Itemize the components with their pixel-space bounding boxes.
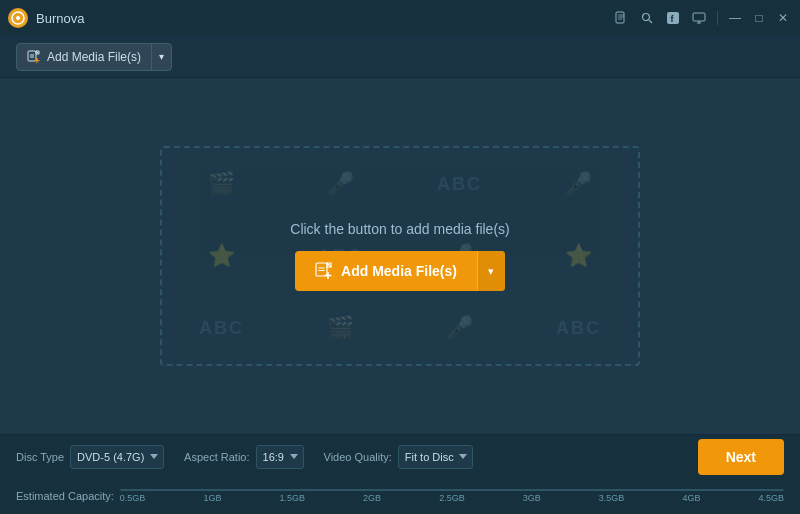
wm-cell: 🎬 [281, 292, 400, 364]
video-quality-label: Video Quality: [324, 451, 392, 463]
bottom-row: Estimated Capacity: 0.5GB 1GB 1.5GB 2GB … [16, 478, 784, 514]
wm-cell: ABC [162, 292, 281, 364]
add-media-center-dropdown[interactable]: ▾ [477, 251, 505, 291]
minimize-button[interactable]: — [726, 9, 744, 27]
close-button[interactable]: ✕ [774, 9, 792, 27]
svg-point-1 [16, 16, 20, 20]
add-file-icon [27, 50, 41, 64]
search-icon[interactable] [637, 8, 657, 28]
tick-3gb: 3GB [523, 493, 541, 503]
svg-point-3 [643, 14, 650, 21]
cap-bar-wrap: 0.5GB 1GB 1.5GB 2GB 2.5GB 3GB 3.5GB 4GB … [120, 489, 784, 503]
aspect-ratio-group: Aspect Ratio: 16:9 [184, 445, 303, 469]
capacity-label: Estimated Capacity: [16, 490, 114, 502]
drop-instruction: Click the button to add media file(s) [290, 221, 509, 237]
svg-rect-7 [693, 13, 705, 21]
video-quality-select[interactable]: Fit to Disc [398, 445, 473, 469]
drop-content: Click the button to add media file(s) Ad… [290, 221, 509, 291]
toolbar: Add Media File(s) ▾ [0, 36, 800, 78]
titlebar-controls: f — □ ✕ [611, 8, 792, 28]
capacity-section: Estimated Capacity: 0.5GB 1GB 1.5GB 2GB … [16, 489, 784, 503]
app-title: Burnova [36, 11, 84, 26]
svg-rect-10 [28, 51, 36, 61]
add-media-toolbar-button[interactable]: Add Media File(s) ▾ [16, 43, 172, 71]
capacity-bar-row: Estimated Capacity: 0.5GB 1GB 1.5GB 2GB … [16, 489, 784, 503]
titlebar: Burnova f [0, 0, 800, 36]
titlebar-separator [717, 11, 718, 25]
capacity-bar [120, 489, 784, 491]
wm-cell: 🎬 [162, 148, 281, 220]
maximize-button[interactable]: □ [750, 9, 768, 27]
file-icon[interactable] [611, 8, 631, 28]
add-media-center-label: Add Media File(s) [295, 251, 477, 291]
add-file-center-icon [315, 262, 333, 280]
next-button[interactable]: Next [698, 439, 784, 475]
aspect-ratio-label: Aspect Ratio: [184, 451, 249, 463]
add-media-center-button[interactable]: Add Media File(s) ▾ [295, 251, 505, 291]
wm-cell: 🎤 [519, 148, 638, 220]
wm-cell: ⭐ [162, 220, 281, 292]
wm-cell: ⭐ [519, 220, 638, 292]
tick-4.5gb: 4.5GB [758, 493, 784, 503]
wm-cell: ABC [400, 148, 519, 220]
screen-icon[interactable] [689, 8, 709, 28]
disc-type-group: Disc Type DVD-5 (4.7G) [16, 445, 164, 469]
video-quality-group: Video Quality: Fit to Disc [324, 445, 473, 469]
wm-cell: 🎤 [400, 292, 519, 364]
disc-type-select[interactable]: DVD-5 (4.7G) [70, 445, 164, 469]
titlebar-left: Burnova [8, 8, 84, 28]
add-media-toolbar-dropdown[interactable]: ▾ [151, 44, 171, 70]
capacity-ticks: 0.5GB 1GB 1.5GB 2GB 2.5GB 3GB 3.5GB 4GB … [120, 493, 784, 503]
bottom-controls: Disc Type DVD-5 (4.7G) Aspect Ratio: 16:… [16, 435, 784, 478]
svg-rect-15 [316, 263, 327, 276]
tick-2gb: 2GB [363, 493, 381, 503]
tick-1gb: 1GB [203, 493, 221, 503]
bottombar: Disc Type DVD-5 (4.7G) Aspect Ratio: 16:… [0, 434, 800, 514]
wm-cell: ABC [519, 292, 638, 364]
disc-type-label: Disc Type [16, 451, 64, 463]
wm-cell: 🎤 [281, 148, 400, 220]
tick-2.5gb: 2.5GB [439, 493, 465, 503]
svg-rect-2 [616, 12, 624, 23]
add-media-toolbar-label: Add Media File(s) [17, 44, 151, 70]
drop-zone: 🎬 🎤 ABC 🎤 ⭐ ABC 🎤 ⭐ ABC 🎬 🎤 ABC Click th… [160, 146, 640, 366]
tick-0.5gb: 0.5GB [120, 493, 146, 503]
aspect-ratio-select[interactable]: 16:9 [256, 445, 304, 469]
tick-3.5gb: 3.5GB [599, 493, 625, 503]
tick-1.5gb: 1.5GB [279, 493, 305, 503]
main-area: 🎬 🎤 ABC 🎤 ⭐ ABC 🎤 ⭐ ABC 🎬 🎤 ABC Click th… [0, 78, 800, 434]
tick-4gb: 4GB [682, 493, 700, 503]
app-logo [8, 8, 28, 28]
facebook-icon[interactable]: f [663, 8, 683, 28]
svg-line-4 [649, 20, 652, 23]
